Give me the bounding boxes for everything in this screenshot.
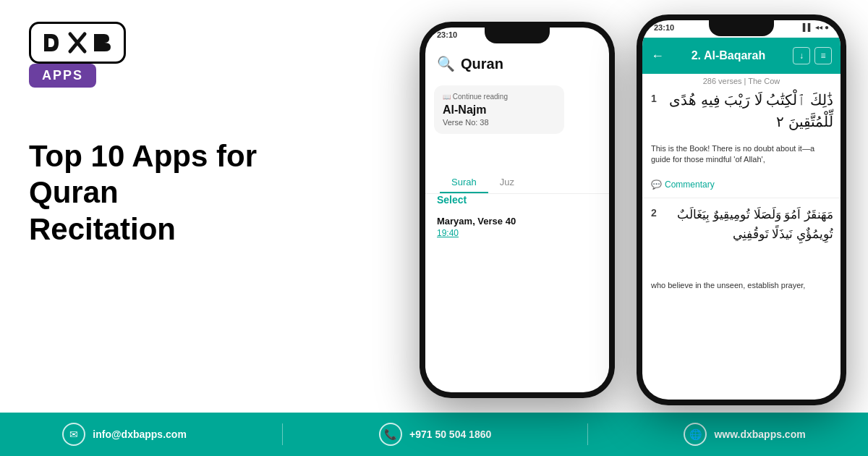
phone-2: 23:10 ▌▌ ◂◂ ● ← 2. Al-Baqarah ↓ ≡ 286 ve… xyxy=(637,14,846,405)
continue-reading-card[interactable]: 📖 Continue reading Al-Najm Verse No: 38 xyxy=(434,85,564,134)
phone-2-header: ← 2. Al-Baqarah ↓ ≡ xyxy=(642,38,841,74)
phone-text: +971 50 504 1860 xyxy=(409,428,491,440)
phone-1-header: 🔍 Quran xyxy=(425,48,609,80)
left-section: APPS Top 10 Apps for Quran Recitation xyxy=(0,0,333,420)
phone-1-status-time: 23:10 xyxy=(437,30,457,39)
letter-x-icon xyxy=(66,31,89,54)
letter-d-icon xyxy=(41,31,64,54)
back-icon[interactable]: ← xyxy=(651,48,664,64)
arabic-text-1: ذَٰلِكَ ٱلْكِتَٰبُ لَا رَيْبَ فِيهِ هُدً… xyxy=(664,89,833,132)
phone-icon: 📞 xyxy=(379,423,402,446)
logo-box xyxy=(29,22,126,64)
phone-2-notch xyxy=(709,20,774,36)
website-text: www.dxbapps.com xyxy=(714,428,805,440)
phone-2-status-icons: ▌▌ ◂◂ ● xyxy=(803,23,829,31)
letter-b-icon xyxy=(90,31,114,54)
phone-1-screen: 23:10 🔍 Quran 📖 Continue reading Al-Najm… xyxy=(425,28,609,392)
download-icon[interactable]: ↓ xyxy=(793,47,810,64)
tab-surah[interactable]: Surah xyxy=(440,172,488,193)
maryam-item[interactable]: Maryam, Verse 40 19:40 xyxy=(437,216,516,238)
tab-juz[interactable]: Juz xyxy=(488,172,526,193)
email-item: ✉ info@dxbapps.com xyxy=(62,423,187,446)
phones-container: 23:10 🔍 Quran 📖 Continue reading Al-Najm… xyxy=(333,0,868,420)
svg-rect-2 xyxy=(94,34,98,51)
email-text: info@dxbapps.com xyxy=(93,428,187,440)
menu-icon[interactable]: ≡ xyxy=(814,47,832,64)
apps-label: APPS xyxy=(42,68,83,83)
maryam-name: Maryam, Verse 40 xyxy=(437,216,516,227)
bottom-bar: ✉ info@dxbapps.com 📞 +971 50 504 1860 🌐 … xyxy=(0,413,868,456)
title-line1: Top 10 Apps for Quran xyxy=(29,139,257,209)
apps-badge: APPS xyxy=(29,64,96,88)
commentary-label: Commentary xyxy=(665,180,715,190)
main-title: Top 10 Apps for Quran Recitation xyxy=(29,138,304,248)
divider-2 xyxy=(587,423,588,445)
comment-icon: 💬 xyxy=(651,180,662,190)
select-label[interactable]: Select xyxy=(437,194,467,206)
surah-name: Al-Najm xyxy=(443,104,556,117)
translation-1: This is the Book! There is no doubt abou… xyxy=(651,143,833,166)
surah-subtitle: 286 verses | The Cow xyxy=(642,77,841,85)
web-icon: 🌐 xyxy=(684,423,707,446)
divider-1 xyxy=(282,423,283,445)
verse-1-number: 1 xyxy=(651,93,657,104)
verse-label: Verse No: 38 xyxy=(443,118,556,127)
continue-reading-label: 📖 Continue reading xyxy=(443,93,556,101)
maryam-ref: 19:40 xyxy=(437,228,516,238)
verse-divider xyxy=(642,198,841,198)
verse-2-number: 2 xyxy=(651,207,657,219)
phone-1-tabs: Surah Juz xyxy=(425,172,609,194)
phone-2-status-time: 23:10 xyxy=(654,23,674,32)
dxb-logo xyxy=(41,31,114,54)
website-item: 🌐 www.dxbapps.com xyxy=(684,423,805,446)
commentary-link[interactable]: 💬 Commentary xyxy=(651,180,715,190)
phone-2-title: 2. Al-Baqarah xyxy=(670,49,787,62)
phone-item: 📞 +971 50 504 1860 xyxy=(379,423,491,446)
email-icon: ✉ xyxy=(62,423,85,446)
phone-2-screen: 23:10 ▌▌ ◂◂ ● ← 2. Al-Baqarah ↓ ≡ 286 ve… xyxy=(642,20,841,400)
phone-1: 23:10 🔍 Quran 📖 Continue reading Al-Najm… xyxy=(420,22,615,398)
arabic-text-2: مَهَنقَرٌ اَمُوَ وَلَصَلَا تُومِيقِيوٌ ب… xyxy=(664,205,833,244)
logo-area: APPS xyxy=(29,22,304,88)
phone-1-notch xyxy=(485,28,550,43)
phone-2-header-icons: ↓ ≡ xyxy=(793,47,832,64)
translation-2: who believe in the unseen, establish pra… xyxy=(651,281,833,290)
search-icon: 🔍 xyxy=(437,55,455,72)
phone-1-title: Quran xyxy=(461,56,503,72)
title-line2: Recitation xyxy=(29,212,176,246)
